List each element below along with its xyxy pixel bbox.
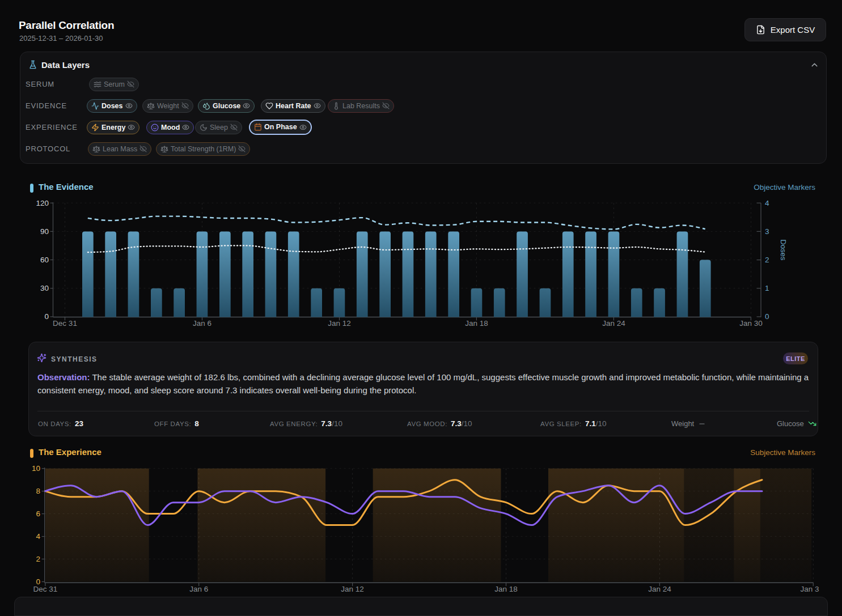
svg-text:6: 6 [36, 509, 40, 518]
svg-text:Jan 24: Jan 24 [602, 319, 625, 328]
svg-text:Jan 6: Jan 6 [193, 319, 211, 328]
svg-text:Jan 24: Jan 24 [648, 585, 671, 593]
svg-text:Jan 6: Jan 6 [189, 585, 208, 593]
svg-text:10: 10 [32, 464, 40, 473]
svg-text:8: 8 [36, 487, 40, 495]
svg-text:Jan 12: Jan 12 [341, 585, 364, 593]
svg-text:4: 4 [765, 199, 769, 207]
svg-text:0: 0 [44, 312, 49, 321]
svg-text:2: 2 [36, 555, 40, 563]
svg-text:Jan 18: Jan 18 [494, 585, 518, 593]
svg-text:Jan 30: Jan 30 [739, 319, 763, 328]
svg-text:2: 2 [765, 256, 769, 264]
svg-text:0: 0 [765, 312, 769, 321]
svg-text:Doses: Doses [779, 240, 788, 261]
svg-text:Dec 31: Dec 31 [53, 319, 77, 328]
svg-text:Jan 12: Jan 12 [328, 319, 351, 328]
svg-text:1: 1 [765, 284, 769, 292]
svg-text:60: 60 [40, 256, 49, 264]
svg-text:Dec 31: Dec 31 [33, 585, 57, 593]
svg-text:90: 90 [40, 227, 49, 236]
svg-text:Jan 18: Jan 18 [465, 319, 488, 328]
svg-text:4: 4 [36, 532, 40, 541]
svg-text:Jan 3: Jan 3 [800, 585, 819, 593]
svg-text:3: 3 [765, 227, 769, 236]
svg-text:30: 30 [40, 284, 49, 292]
svg-text:120: 120 [36, 199, 49, 207]
